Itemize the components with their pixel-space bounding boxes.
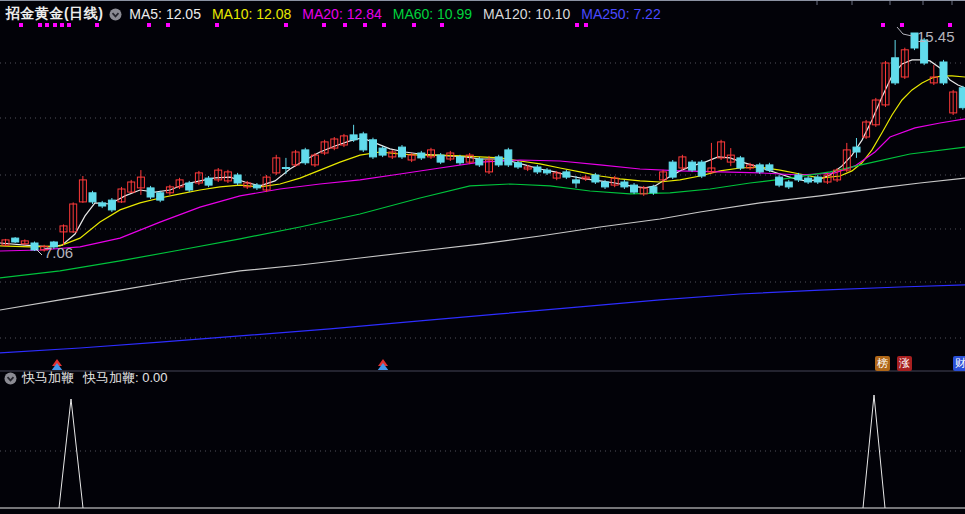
symbol-title[interactable]: 招金黄金(日线) [6,5,103,23]
svg-text:7.06: 7.06 [44,244,73,261]
ma-value-ma10: MA10: 12.08 [212,6,291,22]
ma-value-ma250: MA250: 7.22 [581,6,660,22]
ma-value-ma20: MA20: 12.84 [302,6,381,22]
indicator-header: 快马加鞭 快马加鞭: 0.00 [4,369,168,387]
chevron-down-icon[interactable] [4,372,17,385]
candlestick-chart[interactable]: 7.0615.45 [0,0,965,514]
svg-text:15.45: 15.45 [917,28,955,45]
chevron-down-icon[interactable] [109,8,122,21]
ma-values: MA5: 12.05MA10: 12.08MA20: 12.84MA60: 10… [129,6,671,22]
ma-value-ma5: MA5: 12.05 [129,6,201,22]
stock-chart-window: 7.0615.45 招金黄金(日线) MA5: 12.05MA10: 12.08… [0,0,965,514]
chart-header: 招金黄金(日线) MA5: 12.05MA10: 12.08MA20: 12.8… [6,5,672,23]
badge-2[interactable]: 涨 [897,356,912,371]
badge-1[interactable]: 榜 [875,356,890,371]
ma-value-ma60: MA60: 10.99 [393,6,472,22]
indicator-value-label: 快马加鞭: 0.00 [83,369,168,387]
window-top-border [0,0,965,1]
badge-3[interactable]: 财 [953,356,965,371]
ma-value-ma120: MA120: 10.10 [483,6,570,22]
indicator-name[interactable]: 快马加鞭 [22,369,74,387]
